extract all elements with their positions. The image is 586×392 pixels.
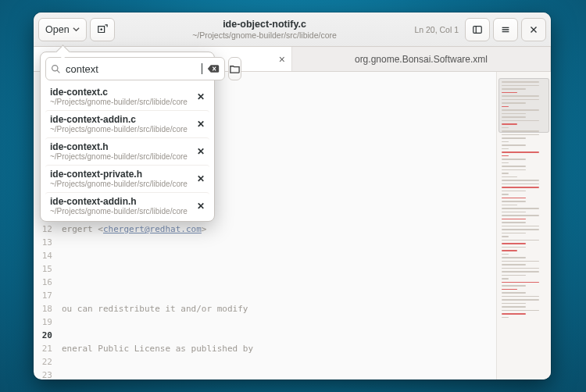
search-result[interactable]: ide-context.h~/Projects/gnome-builder/sr…: [45, 137, 209, 165]
headerbar: Open ide-object-notify.c ~/Projects/gnom…: [34, 12, 551, 47]
result-path: ~/Projects/gnome-builder/src/libide/core: [50, 180, 205, 188]
result-path: ~/Projects/gnome-builder/src/libide/core: [50, 207, 205, 216]
result-filename: ide-context-private.h: [50, 169, 205, 180]
close-icon: [528, 24, 539, 35]
tab-label: org.gnome.Bonsai.Software.xml: [355, 54, 488, 65]
minimap[interactable]: [496, 72, 551, 380]
search-input[interactable]: [66, 63, 197, 75]
browse-folder-button[interactable]: [228, 57, 241, 80]
result-filename: ide-context-addin.h: [50, 196, 205, 207]
window-subtitle: ~/Projects/gnome-builder/src/libide/core: [118, 30, 412, 40]
menu-button[interactable]: [493, 18, 518, 41]
result-remove-icon[interactable]: ✕: [197, 119, 205, 130]
window-title: ide-object-notify.c: [118, 19, 412, 30]
new-tab-icon: [97, 24, 108, 35]
result-path: ~/Projects/gnome-builder/src/libide/core: [50, 98, 205, 106]
search-icon: [51, 64, 61, 74]
close-tab-icon[interactable]: ×: [279, 53, 285, 66]
result-remove-icon[interactable]: ✕: [197, 91, 205, 102]
minimap-lines: [502, 81, 546, 372]
open-menu-button[interactable]: Open: [38, 18, 87, 41]
result-remove-icon[interactable]: ✕: [197, 201, 205, 212]
svg-point-1: [52, 65, 58, 70]
quick-open-popover: ide-context.c~/Projects/gnome-builder/sr…: [40, 52, 215, 222]
search-field[interactable]: [45, 57, 225, 80]
close-window-button[interactable]: [521, 18, 546, 41]
toggle-sidebar-button[interactable]: [465, 18, 490, 41]
result-filename: ide-context-addin.c: [50, 114, 205, 125]
text-caret: [202, 63, 202, 74]
app-window: Open ide-object-notify.c ~/Projects/gnom…: [34, 12, 551, 380]
result-remove-icon[interactable]: ✕: [197, 146, 205, 157]
svg-rect-0: [473, 26, 482, 33]
search-result[interactable]: ide-context-addin.c~/Projects/gnome-buil…: [45, 110, 209, 137]
sidebar-icon: [472, 24, 483, 35]
result-path: ~/Projects/gnome-builder/src/libide/core: [50, 125, 205, 134]
new-tab-button[interactable]: [90, 18, 115, 41]
search-result[interactable]: ide-context.c~/Projects/gnome-builder/sr…: [45, 84, 209, 110]
search-results: ide-context.c~/Projects/gnome-builder/sr…: [45, 84, 209, 219]
search-result[interactable]: ide-context-private.h~/Projects/gnome-bu…: [45, 165, 209, 192]
result-path: ~/Projects/gnome-builder/src/libide/core: [50, 152, 205, 161]
hamburger-icon: [500, 24, 511, 35]
search-result[interactable]: ide-context-addin.h~/Projects/gnome-buil…: [45, 192, 209, 219]
tab-bonsai[interactable]: org.gnome.Bonsai.Software.xml: [292, 47, 551, 71]
chevron-down-icon: [73, 24, 80, 35]
cursor-position: Ln 20, Col 1: [414, 25, 459, 34]
title-area: ide-object-notify.c ~/Projects/gnome-bui…: [118, 19, 412, 39]
result-filename: ide-context.c: [50, 87, 205, 98]
result-filename: ide-context.h: [50, 141, 205, 152]
folder-open-icon: [229, 63, 241, 75]
backspace-clear-icon[interactable]: [207, 63, 220, 74]
open-label: Open: [45, 24, 70, 35]
result-remove-icon[interactable]: ✕: [197, 173, 205, 184]
